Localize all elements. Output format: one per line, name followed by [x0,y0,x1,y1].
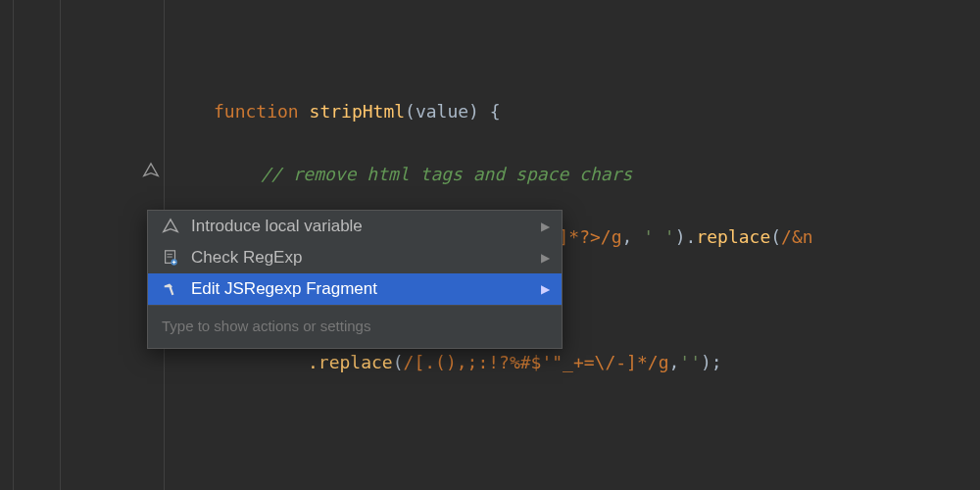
regex-flag: g [612,226,622,247]
string: ' ' [643,226,675,247]
code-text: , [621,226,643,247]
function-name: stripHtml [310,101,406,122]
code-text: ). [675,226,697,247]
code-text: ); [701,352,722,372]
code-text: ( [770,226,781,247]
method-call: .replace [308,352,393,372]
intention-actions-popup: Introduce local variable ▶ Check RegExp … [147,210,563,349]
regex-flag: g [659,352,669,372]
submenu-arrow-icon: ▶ [541,251,550,265]
intention-item-edit-fragment[interactable]: Edit JSRegexp Fragment ▶ [148,273,562,305]
string: '' [679,352,701,372]
code-text: ( [393,352,404,372]
submenu-arrow-icon: ▶ [541,220,550,233]
intention-item-check-regexp[interactable]: Check RegExp ▶ [148,242,562,273]
hammer-icon [160,279,181,299]
intention-bulb-icon[interactable] [142,162,160,183]
menu-item-label: Check RegExp [191,248,541,268]
method-call: replace [696,226,770,247]
document-config-icon [160,248,181,268]
svg-rect-4 [170,287,174,295]
gutter [0,0,167,490]
keyword: function [214,101,299,122]
code-text: (value) { [405,101,501,122]
tetrahedron-icon [160,217,181,236]
code-text: , [668,352,679,372]
regex: /[.(),;:!?%#$'"_+=\/-]*/ [404,352,659,372]
menu-item-label: Introduce local variable [191,217,541,236]
intention-item-introduce-variable[interactable]: Introduce local variable ▶ [148,211,562,242]
menu-item-label: Edit JSRegexp Fragment [191,279,541,299]
submenu-arrow-icon: ▶ [541,282,550,296]
regex: /&n [781,226,813,247]
popup-hint: Type to show actions or settings [148,305,562,348]
comment: // remove html tags and space chars [261,164,632,184]
